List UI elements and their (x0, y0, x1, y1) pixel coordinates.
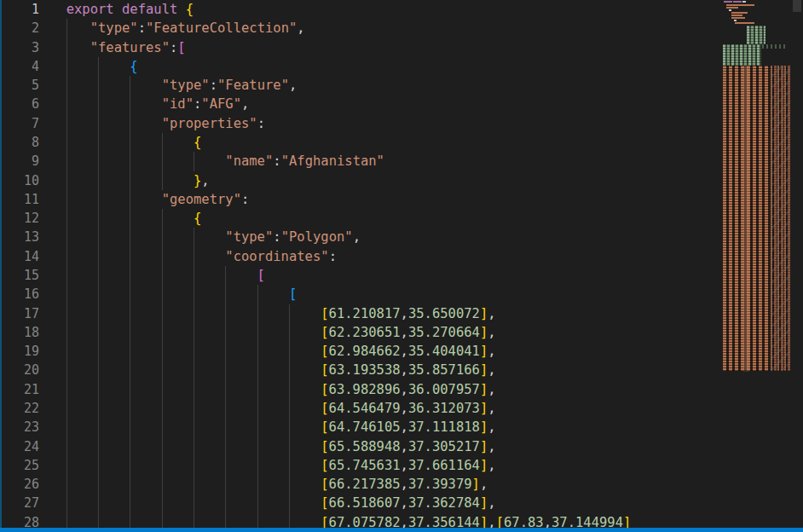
syntax-token: ] (480, 382, 488, 397)
minimap-line-mark (726, 4, 754, 6)
line-number[interactable]: 25 (0, 456, 39, 475)
line-number[interactable]: 6 (0, 95, 39, 113)
code-line[interactable]: 24[65.588948,37.305217], (0, 437, 803, 456)
code-line[interactable]: 8{ (0, 133, 803, 152)
line-number[interactable]: 26 (0, 475, 39, 494)
line-number[interactable]: 13 (0, 228, 39, 246)
line-number[interactable]: 19 (0, 342, 39, 361)
code-line[interactable]: 20[63.193538,35.857166], (0, 361, 803, 379)
line-number[interactable]: 5 (0, 76, 39, 95)
code-line[interactable]: 3"features":[ (0, 38, 803, 57)
code-line[interactable]: 15[ (0, 266, 803, 285)
code-line[interactable]: 7"properties": (0, 114, 803, 133)
indent-guide (66, 285, 67, 304)
code-line[interactable]: 26[66.217385,37.39379], (0, 475, 803, 494)
syntax-token: { (130, 59, 137, 74)
indent-guide (289, 494, 290, 512)
minimap-line-mark (724, 1, 732, 3)
line-number[interactable]: 24 (0, 437, 39, 456)
line-number[interactable]: 15 (0, 266, 39, 285)
syntax-token: "Polygon" (281, 229, 353, 245)
syntax-token: 66.518607 (329, 495, 401, 511)
line-number[interactable]: 17 (0, 304, 39, 323)
syntax-token: "Feature" (217, 78, 289, 93)
line-number[interactable]: 9 (0, 152, 39, 171)
indent-guide (130, 380, 130, 399)
syntax-token: , (401, 419, 408, 435)
indent-guide (257, 418, 258, 437)
syntax-token: : (194, 96, 201, 112)
line-number[interactable]: 18 (0, 323, 39, 342)
syntax-token: : (329, 249, 337, 264)
indent-guide (289, 380, 290, 399)
line-number[interactable]: 1 (0, 0, 39, 19)
code-line[interactable]: 4{ (0, 57, 803, 76)
code-line[interactable]: 27[66.518607,37.362784], (0, 494, 803, 512)
code-line[interactable]: 6"id":"AFG", (0, 95, 803, 113)
indent-guide (225, 285, 226, 304)
code-line[interactable]: 14"coordinates": (0, 247, 803, 266)
line-number[interactable]: 3 (0, 38, 39, 57)
status-bar[interactable] (0, 528, 803, 532)
code-line[interactable]: 16[ (0, 285, 803, 304)
line-number[interactable]: 16 (0, 285, 39, 304)
code-line[interactable]: 23[64.746105,37.111818], (0, 418, 803, 437)
code-line[interactable]: 1export default { (0, 0, 803, 19)
indent-guide (289, 361, 290, 379)
code-line[interactable]: 5"type":"Feature", (0, 76, 803, 95)
indent-guide (194, 475, 194, 494)
scrollbar-track[interactable] (791, 0, 803, 532)
indent-guide (257, 475, 258, 494)
scrollbar-slider[interactable] (793, 0, 801, 12)
code-line[interactable]: 2"type":"FeatureCollection", (0, 19, 803, 38)
syntax-token: , (488, 495, 495, 511)
line-number[interactable]: 21 (0, 380, 39, 399)
indent-guide (194, 399, 194, 418)
indent-guide (225, 380, 226, 399)
code-line[interactable]: 12{ (0, 209, 803, 228)
indent-guide (162, 323, 163, 342)
indent-guide (66, 418, 67, 437)
syntax-token: [ (321, 477, 328, 492)
line-number[interactable]: 27 (0, 494, 39, 512)
indent-guide (225, 475, 226, 494)
code-line[interactable]: 10}, (0, 171, 803, 190)
indent-guide (98, 437, 99, 456)
indent-guide (66, 380, 67, 399)
syntax-token: default (122, 2, 177, 17)
syntax-token: 37.661164 (408, 458, 480, 473)
line-number[interactable]: 23 (0, 418, 39, 437)
line-number[interactable]: 4 (0, 57, 39, 76)
line-number[interactable]: 7 (0, 114, 39, 133)
code-line[interactable]: 18[62.230651,35.270664], (0, 323, 803, 342)
indent-guide (66, 190, 67, 209)
line-number[interactable]: 8 (0, 133, 39, 152)
indent-guide (66, 171, 67, 190)
line-number[interactable]: 22 (0, 399, 39, 418)
line-number[interactable]: 14 (0, 247, 39, 266)
syntax-token: : (210, 78, 217, 93)
line-number[interactable]: 12 (0, 209, 39, 228)
code-line[interactable]: 25[65.745631,37.661164], (0, 456, 803, 475)
minimap[interactable] (721, 0, 791, 532)
indent-guide (98, 57, 99, 76)
syntax-token: ] (480, 362, 488, 378)
indent-guide (98, 342, 99, 361)
indent-guide (194, 304, 194, 323)
line-number[interactable]: 2 (0, 19, 39, 38)
line-number[interactable]: 20 (0, 361, 39, 379)
code-line[interactable]: 13"type":"Polygon", (0, 228, 803, 246)
code-line[interactable]: 21[63.982896,36.007957], (0, 380, 803, 399)
code-line[interactable]: 22[64.546479,36.312073], (0, 399, 803, 418)
line-number[interactable]: 11 (0, 190, 39, 209)
indent-guide (162, 266, 163, 285)
indent-guide (66, 399, 67, 418)
code-line[interactable]: 9"name":"Afghanistan" (0, 152, 803, 171)
indent-guide (130, 209, 130, 228)
code-line[interactable]: 19[62.984662,35.404041], (0, 342, 803, 361)
indent-guide (66, 76, 67, 95)
line-number[interactable]: 10 (0, 171, 39, 190)
indent-guide (162, 304, 163, 323)
code-line[interactable]: 11"geometry": (0, 190, 803, 209)
code-line[interactable]: 17[61.210817,35.650072], (0, 304, 803, 323)
